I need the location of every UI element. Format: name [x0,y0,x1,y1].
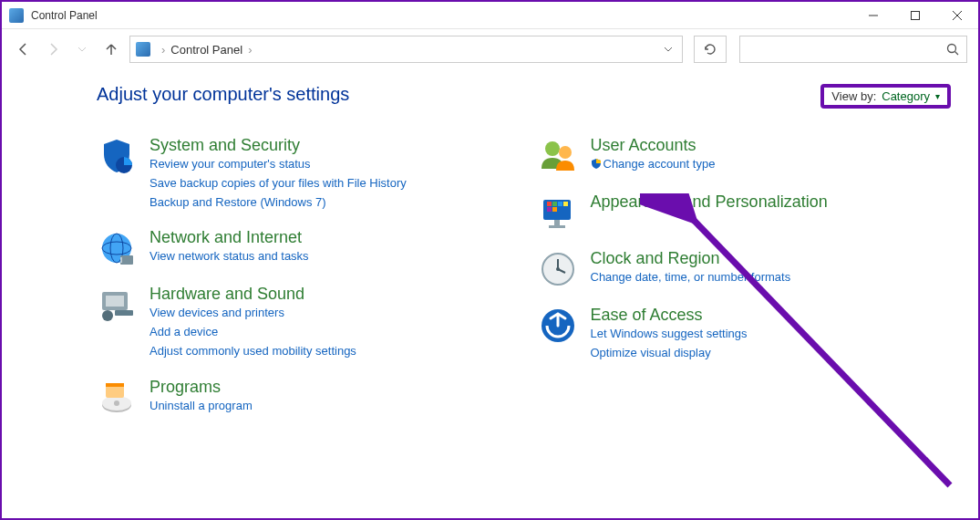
dropdown-chevron-icon: ▾ [935,91,940,101]
network-icon [97,228,137,268]
svg-rect-1 [912,11,920,19]
search-input[interactable] [748,43,946,57]
view-by-label: View by: [831,89,876,103]
back-button[interactable] [13,38,35,60]
category-sublink[interactable]: Change date, time, or number formats [591,268,791,287]
category-sublink[interactable]: Backup and Restore (Windows 7) [150,193,407,213]
svg-rect-10 [120,255,133,265]
category-title-link[interactable]: Appearance and Personalization [591,192,828,211]
category-sublink[interactable]: Adjust commonly used mobility settings [150,342,356,361]
chevron-right-icon: › [248,43,252,57]
svg-rect-14 [115,310,133,316]
titlebar: Control Panel [2,2,978,29]
user-accounts-icon [538,136,578,176]
svg-point-18 [114,400,119,406]
address-location: Control Panel [170,43,242,57]
svg-rect-24 [547,202,552,206]
address-dropdown-icon[interactable] [664,47,673,52]
svg-rect-13 [106,296,124,307]
window-title: Control Panel [31,9,852,22]
left-column: System and Security Review your computer… [97,136,511,434]
svg-point-21 [545,141,560,156]
category-programs: Programs Uninstall a program [97,378,511,418]
up-button[interactable] [100,38,122,60]
view-by-value: Category [882,89,930,103]
ease-of-access-icon [538,306,578,346]
maximize-button[interactable] [894,2,936,29]
svg-point-22 [559,146,572,159]
category-sublink[interactable]: View devices and printers [150,304,356,323]
svg-point-15 [102,310,113,321]
category-title-link[interactable]: Programs [150,378,221,396]
category-sublink[interactable]: Optimize visual display [591,344,748,363]
category-title-link[interactable]: Ease of Access [591,306,703,324]
category-system-security: System and Security Review your computer… [97,136,511,212]
category-sublink[interactable]: Let Windows suggest settings [591,325,748,344]
svg-line-5 [955,52,959,56]
svg-rect-30 [554,220,560,225]
link-text: Change account type [603,157,716,171]
category-title-link[interactable]: System and Security [150,136,300,154]
address-icon [136,42,150,57]
svg-point-4 [948,45,956,53]
svg-rect-28 [547,207,552,212]
close-button[interactable] [936,2,978,29]
svg-rect-25 [552,202,557,206]
chevron-right-icon: › [161,43,165,57]
hardware-icon [97,285,137,325]
category-sublink[interactable]: Review your computer's status [150,155,407,174]
category-sublink[interactable]: Change account type [591,155,716,174]
category-network-internet: Network and Internet View network status… [97,228,511,268]
right-column: User Accounts Change account type Appear… [538,136,952,434]
view-by-selector[interactable]: View by: Category ▾ [820,84,951,109]
svg-rect-27 [563,202,568,206]
system-security-icon [97,136,137,176]
appearance-icon [538,192,578,233]
toolbar: › Control Panel › [2,29,978,69]
category-sublink[interactable]: Add a device [150,323,356,342]
recent-dropdown[interactable] [71,38,93,60]
category-appearance: Appearance and Personalization [538,192,952,233]
minimize-button[interactable] [852,2,894,29]
category-hardware-sound: Hardware and Sound View devices and prin… [97,285,511,360]
address-bar[interactable]: › Control Panel › [129,36,683,63]
category-sublink[interactable]: View network status and tasks [150,247,309,266]
svg-rect-26 [558,202,562,206]
forward-button[interactable] [42,38,64,60]
control-panel-icon [9,8,24,23]
category-sublink[interactable]: Uninstall a program [150,397,253,416]
refresh-button[interactable] [694,36,727,63]
clock-icon [538,249,578,289]
search-box[interactable] [739,36,967,63]
category-ease-of-access: Ease of Access Let Windows suggest setti… [538,306,952,363]
content-area: Adjust your computer's settings View by:… [2,69,978,434]
svg-rect-20 [106,383,124,387]
svg-rect-29 [552,207,557,212]
category-title-link[interactable]: User Accounts [591,136,696,154]
category-sublink[interactable]: Save backup copies of your files with Fi… [150,174,407,193]
category-user-accounts: User Accounts Change account type [538,136,952,176]
svg-rect-31 [549,225,565,228]
search-icon[interactable] [946,43,959,56]
uac-shield-icon [591,158,602,169]
category-title-link[interactable]: Network and Internet [150,228,302,246]
svg-point-35 [556,267,560,271]
category-title-link[interactable]: Clock and Region [591,249,720,267]
category-clock-region: Clock and Region Change date, time, or n… [538,249,952,289]
programs-icon [97,378,137,418]
page-heading: Adjust your computer's settings [97,84,820,105]
category-title-link[interactable]: Hardware and Sound [150,285,304,303]
